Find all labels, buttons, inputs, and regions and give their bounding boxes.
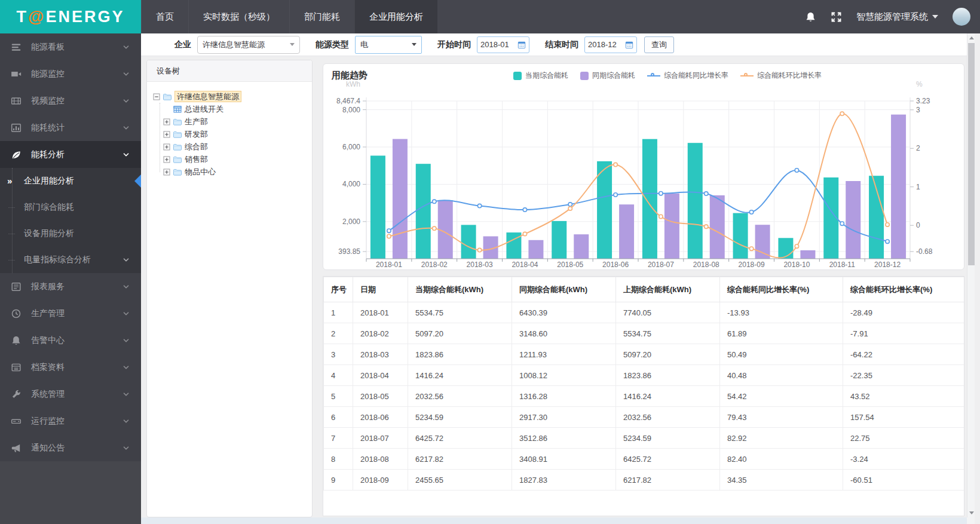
notification-bell-icon[interactable]	[805, 11, 816, 23]
fullscreen-icon[interactable]	[831, 11, 842, 23]
sidebar-item[interactable]: 告警中心	[0, 327, 141, 354]
sidebar-item-label: 系统管理	[31, 389, 122, 400]
svg-text:2018-01: 2018-01	[376, 261, 402, 269]
table-cell: 54.42	[720, 386, 843, 407]
sidebar-subitem[interactable]: 电量指标综合分析	[0, 247, 141, 273]
leaf-icon	[11, 149, 22, 160]
sidebar-subitem[interactable]: 设备用能分析	[0, 220, 141, 247]
svg-text:8,467.4: 8,467.4	[336, 97, 360, 105]
sidebar-item-label: 通知公告	[31, 443, 122, 453]
scroll-down-arrow-icon[interactable]	[967, 508, 975, 517]
chevron-down-icon	[122, 124, 130, 132]
legend-swatch	[580, 72, 589, 80]
table-cell: 3408.91	[512, 449, 616, 470]
table-cell: 6217.82	[408, 449, 512, 470]
tree-root-node[interactable]: 许继信息智慧能源	[153, 90, 306, 103]
legend-item[interactable]: 同期综合能耗	[580, 71, 635, 81]
table-row: 12018-015534.756430.397740.05-13.93-28.4…	[324, 302, 964, 323]
table-cell: 1316.28	[512, 386, 616, 407]
svg-text:2018-08: 2018-08	[693, 261, 719, 269]
svg-text:2018-09: 2018-09	[739, 261, 765, 269]
tree-node[interactable]: 生产部	[157, 115, 306, 128]
table-row: 52018-052032.561316.281416.2454.4243.52	[324, 386, 964, 407]
sidebar-item[interactable]: 运行监控	[0, 407, 141, 434]
nav-item[interactable]: 实时数据（秒级）	[188, 0, 289, 33]
query-button[interactable]: 查询	[644, 36, 674, 53]
tree-node[interactable]: 综合部	[157, 140, 306, 153]
svg-text:2018-03: 2018-03	[467, 261, 493, 269]
avatar[interactable]	[953, 8, 970, 26]
tree-node[interactable]: 物品中心	[157, 166, 306, 178]
report-icon	[11, 281, 22, 292]
sidebar-item-label: 视频监控	[31, 96, 122, 106]
tree-node[interactable]: 销售部	[157, 153, 306, 166]
scroll-up-arrow-icon[interactable]	[967, 33, 975, 42]
svg-text:2018-05: 2018-05	[557, 261, 583, 269]
energy-type-select[interactable]: 电	[355, 36, 422, 54]
vertical-scrollbar-thumb[interactable]	[968, 43, 975, 265]
table-cell: -28.49	[843, 302, 964, 323]
calendar-icon[interactable]	[517, 41, 526, 49]
nav-item[interactable]: 部门能耗	[289, 0, 354, 33]
system-name-dropdown[interactable]: 智慧能源管理系统	[856, 11, 938, 23]
start-time-input[interactable]	[480, 40, 514, 49]
legend-item[interactable]: 综合能耗环比增长率	[740, 71, 822, 81]
svg-text:1: 1	[916, 183, 920, 191]
horizontal-scrollbar[interactable]	[141, 517, 967, 524]
tree-node[interactable]: 研发部	[157, 128, 306, 140]
nav-item[interactable]: 首页	[141, 0, 188, 33]
scrollbar-corner	[967, 517, 975, 524]
table-cell: 40.48	[720, 365, 843, 386]
tree-node-label: 综合部	[185, 142, 208, 152]
device-icon	[173, 105, 182, 114]
table-cell: 1	[324, 302, 353, 323]
table-cell: 82.40	[720, 449, 843, 470]
nav-item[interactable]: 企业用能分析	[354, 0, 437, 33]
energy-type-label: 能源类型	[316, 39, 349, 50]
table-row: 92018-092455.651827.836217.8234.35-60.51	[324, 470, 964, 491]
svg-text:0: 0	[916, 221, 920, 229]
company-select[interactable]: 许继信息智慧能源	[197, 36, 300, 54]
table-header-cell: 综合能耗同比增长率(%)	[720, 277, 843, 302]
legend-label: 当期综合能耗	[525, 71, 568, 81]
table-cell: -22.35	[843, 365, 964, 386]
table-cell: 6217.82	[616, 470, 720, 491]
sidebar-item[interactable]: 能耗统计	[0, 114, 141, 141]
sidebar-item-label: 能源监控	[31, 69, 122, 79]
device-tree: 许继信息智慧能源总进线开关生产部研发部综合部销售部物品中心	[147, 82, 312, 186]
sidebar-item[interactable]: 能源看板	[0, 33, 141, 60]
company-label: 企业	[174, 39, 191, 50]
sidebar-subitem-label: 部门综合能耗	[24, 202, 74, 213]
app-logo: T@ENERGY	[0, 0, 141, 33]
sidebar-item-label: 能耗分析	[31, 149, 122, 160]
chevron-down-icon	[412, 43, 416, 46]
tree-node[interactable]: 总进线开关	[157, 103, 306, 115]
sidebar-item[interactable]: 通知公告	[0, 434, 141, 461]
sidebar-item[interactable]: 报表服务	[0, 273, 141, 300]
table-cell: 61.89	[720, 323, 843, 344]
vertical-scrollbar[interactable]	[967, 33, 975, 517]
start-time-label: 开始时间	[437, 39, 471, 50]
sidebar-item[interactable]: 生产管理	[0, 300, 141, 327]
sidebar-item[interactable]: 系统管理	[0, 381, 141, 407]
sidebar-subitem[interactable]: »企业用能分析	[0, 168, 141, 194]
svg-text:%: %	[916, 80, 923, 88]
table-cell: 7740.05	[616, 302, 720, 323]
sidebar-subitem[interactable]: 部门综合能耗	[0, 194, 141, 220]
sidebar-item[interactable]: 档案资料	[0, 354, 141, 381]
sidebar-item[interactable]: 能耗分析	[0, 141, 141, 168]
sidebar-item[interactable]: 能源监控	[0, 60, 141, 87]
chevron-down-icon	[122, 310, 130, 318]
calendar-icon[interactable]	[625, 41, 633, 49]
end-time-input[interactable]	[588, 40, 621, 49]
trend-chart-card: 393.852,0004,0006,0008,0008,467.4-0.6801…	[323, 63, 964, 270]
film-icon	[11, 96, 22, 106]
sidebar-item[interactable]: 视频监控	[0, 87, 141, 114]
legend-item[interactable]: 当期综合能耗	[513, 71, 568, 81]
table-cell: 2018-02	[353, 323, 408, 344]
table-cell: 157.54	[843, 407, 964, 428]
table-header-cell: 当期综合能耗(kWh)	[408, 277, 512, 302]
table-cell: -13.93	[720, 302, 843, 323]
legend-item[interactable]: 综合能耗同比增长率	[647, 71, 728, 81]
table-cell: 1827.83	[512, 470, 616, 491]
